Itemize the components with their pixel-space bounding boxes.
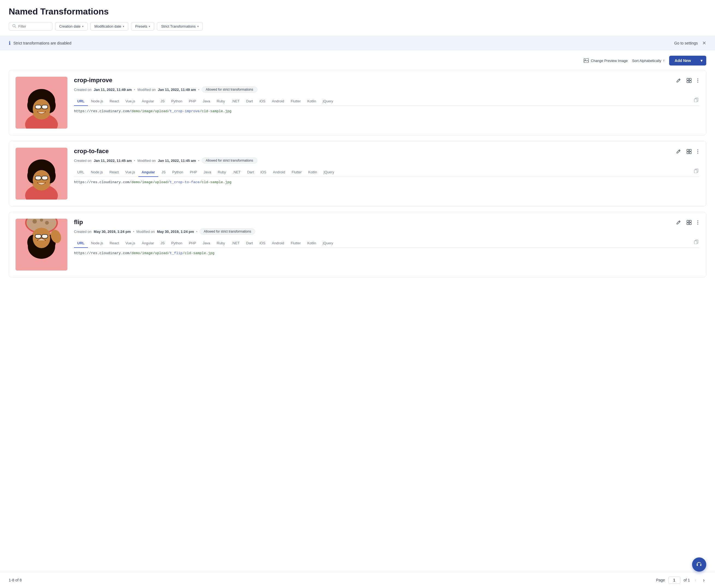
close-notice-button[interactable]: ✕ (702, 41, 706, 46)
svg-rect-41 (687, 149, 689, 151)
edit-button[interactable] (675, 219, 682, 226)
tab-url[interactable]: URL (74, 239, 88, 248)
tab-android[interactable]: Android (268, 97, 287, 106)
tab-angular[interactable]: Angular (138, 239, 157, 248)
tab-angular[interactable]: Angular (138, 97, 157, 106)
tab-ruby[interactable]: Ruby (213, 97, 228, 106)
search-icon (12, 24, 16, 29)
tab-kotlin[interactable]: Kotlin (304, 239, 320, 248)
presets-filter[interactable]: Presets ▾ (131, 22, 154, 30)
change-preview-button[interactable]: Change Preview Image (584, 58, 628, 63)
page-number-input[interactable] (668, 576, 680, 584)
tab-jquery[interactable]: jQuery (320, 168, 337, 177)
more-options-button[interactable] (696, 219, 699, 226)
info-icon: ℹ (9, 40, 10, 46)
tab-dart[interactable]: Dart (243, 97, 256, 106)
transformation-name: flip (74, 219, 83, 226)
tab-react[interactable]: React (106, 239, 122, 248)
svg-line-40 (679, 150, 680, 151)
sort-alphabetically-button[interactable]: Sort Alphabetically ↑ (632, 58, 665, 63)
copy-code-button[interactable] (693, 240, 699, 247)
tab-python[interactable]: Python (168, 97, 185, 106)
tab-vuejs[interactable]: Vue.js (122, 239, 139, 248)
tab-nodejs[interactable]: Node.js (88, 239, 106, 248)
transformation-card: crop-improve (9, 70, 706, 135)
tab-flutter[interactable]: Flutter (287, 97, 304, 106)
pagination: Page of 1 ‹ › (656, 576, 706, 584)
prev-page-button[interactable]: ‹ (693, 577, 698, 584)
tab-nodejs[interactable]: Node.js (88, 168, 106, 177)
tab-jquery[interactable]: jQuery (320, 239, 337, 248)
grid-view-button[interactable] (685, 148, 693, 155)
thumbnail-image (16, 219, 67, 271)
svg-rect-2 (584, 59, 589, 63)
transformation-thumbnail (16, 219, 67, 271)
copy-code-button[interactable] (693, 98, 699, 105)
copy-code-button[interactable] (693, 169, 699, 176)
tab-flutter[interactable]: Flutter (287, 239, 304, 248)
svg-point-75 (697, 224, 698, 225)
tab-android[interactable]: Android (269, 168, 288, 177)
tab-dotnet[interactable]: .NET (228, 239, 243, 248)
next-page-button[interactable]: › (701, 577, 706, 584)
tab-angular[interactable]: Angular (138, 168, 158, 177)
more-options-button[interactable] (696, 148, 699, 155)
tab-react[interactable]: React (106, 168, 122, 177)
tab-dotnet[interactable]: .NET (229, 168, 244, 177)
tab-java[interactable]: Java (199, 239, 213, 248)
grid-view-button[interactable] (685, 219, 693, 226)
add-new-chevron-icon[interactable]: ▾ (697, 56, 706, 65)
creation-date-filter[interactable]: Creation date ▾ (55, 22, 88, 30)
edit-button[interactable] (675, 148, 682, 155)
tab-url[interactable]: URL (74, 168, 88, 177)
tab-ruby[interactable]: Ruby (215, 168, 229, 177)
tab-dotnet[interactable]: .NET (228, 97, 243, 106)
svg-rect-72 (689, 223, 691, 225)
card-body: flip (74, 219, 699, 271)
fab-button[interactable] (692, 558, 706, 572)
tab-nodejs[interactable]: Node.js (88, 97, 106, 106)
tab-kotlin[interactable]: Kotlin (305, 168, 321, 177)
tab-ios[interactable]: iOS (256, 239, 269, 248)
tab-flutter[interactable]: Flutter (288, 168, 305, 177)
search-box[interactable] (9, 22, 52, 30)
svg-point-55 (45, 221, 49, 225)
tab-vuejs[interactable]: Vue.js (122, 97, 139, 106)
edit-icon (676, 78, 681, 83)
tab-jquery[interactable]: jQuery (320, 97, 337, 106)
tab-python[interactable]: Python (169, 168, 187, 177)
tab-php[interactable]: PHP (186, 97, 199, 106)
card-body: crop-to-face (74, 148, 699, 200)
tab-vuejs[interactable]: Vue.js (122, 168, 138, 177)
search-input[interactable] (18, 24, 49, 28)
edit-button[interactable] (675, 77, 682, 84)
tab-dart[interactable]: Dart (243, 239, 256, 248)
svg-point-22 (697, 79, 698, 80)
tab-js[interactable]: JS (157, 97, 168, 106)
go-to-settings-link[interactable]: Go to settings (674, 41, 698, 45)
notice-left: ℹ Strict transformations are disabled (9, 40, 71, 46)
modification-date-filter[interactable]: Modification date ▾ (90, 22, 128, 30)
grid-view-button[interactable] (685, 77, 693, 84)
tab-js[interactable]: JS (158, 168, 169, 177)
notice-bar: ℹ Strict transformations are disabled Go… (0, 36, 715, 50)
tab-ruby[interactable]: Ruby (213, 239, 228, 248)
tab-ios[interactable]: iOS (256, 97, 269, 106)
svg-rect-49 (694, 170, 697, 173)
page-title: Named Transformations (9, 6, 706, 17)
tab-php[interactable]: PHP (187, 168, 200, 177)
tab-url[interactable]: URL (74, 97, 88, 106)
tab-kotlin[interactable]: Kotlin (304, 97, 320, 106)
tab-react[interactable]: React (106, 97, 122, 106)
more-options-button[interactable] (696, 77, 699, 84)
tab-php[interactable]: PHP (186, 239, 199, 248)
tab-ios[interactable]: iOS (257, 168, 269, 177)
strict-transformations-filter[interactable]: Strict Transformations ▾ (157, 22, 202, 30)
tab-python[interactable]: Python (168, 239, 185, 248)
tab-android[interactable]: Android (268, 239, 287, 248)
tab-java[interactable]: Java (199, 97, 213, 106)
tab-js[interactable]: JS (157, 239, 168, 248)
tab-java[interactable]: Java (200, 168, 214, 177)
tab-dart[interactable]: Dart (244, 168, 257, 177)
add-new-button[interactable]: Add New ▾ (669, 56, 706, 65)
